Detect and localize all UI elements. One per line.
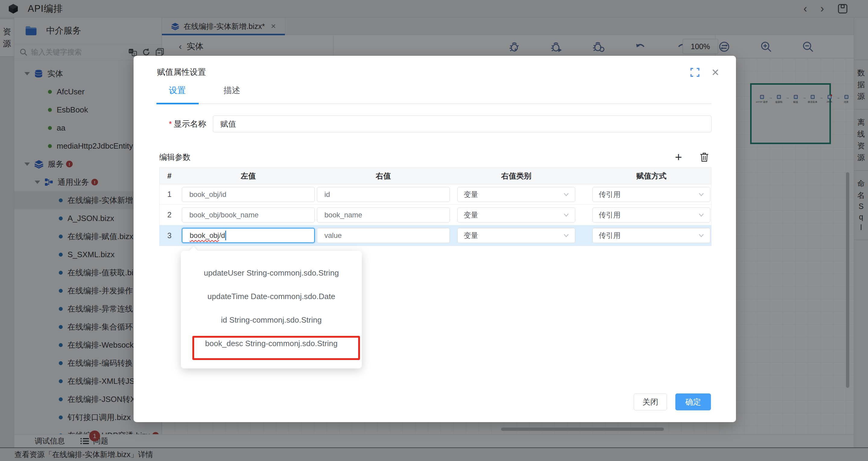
right-value-category-select[interactable]: 变量 <box>457 187 575 202</box>
left-value-input[interactable]: book_obj/d <box>182 228 315 243</box>
dropdown-option-3[interactable]: book_desc String-commonj.sdo.String <box>181 332 362 355</box>
modal-tab-1[interactable]: 描述 <box>223 85 240 102</box>
params-table-header: #左值右值右值类别赋值方式 <box>159 167 711 184</box>
fullscreen-icon[interactable] <box>690 68 700 77</box>
select-value: 传引用 <box>599 190 620 199</box>
column-header-4: 赋值方式 <box>592 171 710 181</box>
select-value: 变量 <box>464 210 478 220</box>
misspelled-text: book_obj <box>190 231 219 240</box>
column-header-0: # <box>167 172 179 180</box>
edit-params-tools: + <box>675 151 712 163</box>
app-root: API编排 ‹ › 资源 中介服务 En文 <box>0 0 868 461</box>
close-icon[interactable]: × <box>712 66 719 79</box>
modal-footer: 关闭 确定 <box>634 394 711 410</box>
chevron-down-icon <box>563 193 569 196</box>
assignment-mode-select[interactable]: 传引用 <box>592 208 710 222</box>
column-header-2: 右值 <box>317 171 450 181</box>
modal-title: 赋值属性设置 <box>157 67 206 78</box>
left-value-input[interactable]: book_obj/id <box>182 187 315 202</box>
autocomplete-dropdown: updateUser String-commonj.sdo.Stringupda… <box>181 251 362 368</box>
chevron-down-icon <box>699 234 704 237</box>
select-value: 传引用 <box>599 210 620 220</box>
select-value: 变量 <box>464 230 478 240</box>
edit-params-title: 编辑参数 <box>159 152 190 162</box>
assignment-mode-select[interactable]: 传引用 <box>592 187 710 202</box>
select-value: 变量 <box>464 190 478 199</box>
display-name-label: *显示名称 <box>159 119 213 129</box>
modal-tab-0[interactable]: 设置 <box>169 85 186 102</box>
typed-text: /d <box>219 231 225 240</box>
right-value-category-select[interactable]: 变量 <box>457 208 575 222</box>
left-value-input[interactable]: book_obj/book_name <box>182 208 315 222</box>
param-row-2: 2book_obj/book_namebook_name变量传引用 <box>159 205 711 225</box>
param-row-3: 3book_obj/dvalue变量传引用 <box>159 225 711 246</box>
row-number: 1 <box>167 190 179 199</box>
right-value-input[interactable]: id <box>317 187 450 202</box>
column-header-1: 左值 <box>182 171 315 181</box>
right-value-category-select[interactable]: 变量 <box>457 228 575 243</box>
delete-row-icon[interactable] <box>700 152 709 162</box>
right-value-input[interactable]: book_name <box>317 208 450 222</box>
add-row-icon[interactable]: + <box>675 151 682 163</box>
assignment-mode-select[interactable]: 传引用 <box>592 228 710 243</box>
dropdown-option-2[interactable]: id String-commonj.sdo.String <box>181 308 362 332</box>
display-name-input[interactable]: 赋值 <box>213 116 712 132</box>
modal-tab-divider <box>159 103 712 104</box>
modal-window-icons: × <box>690 66 719 79</box>
param-row-1: 1book_obj/idid变量传引用 <box>159 184 711 205</box>
dropdown-option-0[interactable]: updateUser String-commonj.sdo.String <box>181 261 362 285</box>
select-value: 传引用 <box>599 230 620 240</box>
chevron-down-icon <box>563 234 569 237</box>
chevron-down-icon <box>699 213 704 217</box>
params-table: #左值右值右值类别赋值方式 1book_obj/idid变量传引用2book_o… <box>159 167 712 246</box>
chevron-down-icon <box>699 193 704 196</box>
edit-params-section: 编辑参数 + <box>159 151 712 163</box>
close-button[interactable]: 关闭 <box>634 394 667 410</box>
modal-tab-active-underline <box>156 103 199 104</box>
text-cursor <box>225 230 226 240</box>
row-number: 2 <box>167 211 179 219</box>
column-header-3: 右值类别 <box>457 171 575 181</box>
display-name-row: *显示名称 赋值 <box>159 116 712 132</box>
dropdown-option-1[interactable]: updateTime Date-commonj.sdo.Date <box>181 285 362 308</box>
right-value-input[interactable]: value <box>317 228 450 243</box>
modal-tabs: 设置描述 <box>169 85 240 102</box>
confirm-button[interactable]: 确定 <box>675 394 711 410</box>
row-number: 3 <box>167 231 179 240</box>
params-table-body: 1book_obj/idid变量传引用2book_obj/book_namebo… <box>159 184 711 246</box>
required-mark: * <box>169 119 172 128</box>
chevron-down-icon <box>563 213 569 217</box>
